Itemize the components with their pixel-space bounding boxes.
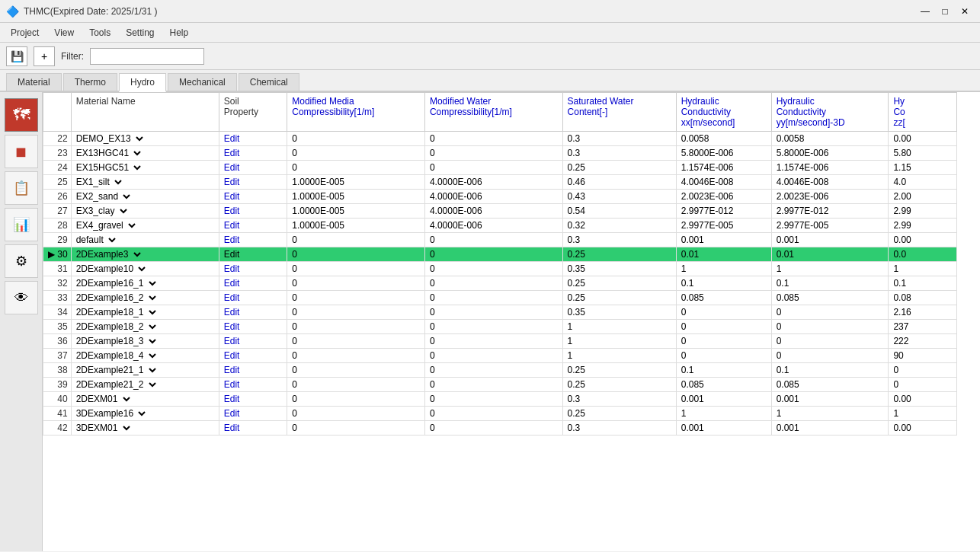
table-row[interactable]: 35 2DExample18_2 ▼ Edit 0 0 1 0 0 237 [43,320,957,334]
material-dropdown[interactable]: ▼ [120,423,133,433]
minimize-button[interactable]: — [916,4,934,19]
material-dropdown[interactable]: ▼ [136,409,148,419]
cell-row-num: 22 [43,132,72,146]
cell-soil-property[interactable]: Edit [219,392,287,407]
cell-soil-property[interactable]: Edit [219,146,287,161]
material-dropdown[interactable]: ▼ [131,250,143,260]
menu-project[interactable]: Project [3,25,46,40]
material-name-text: 2DExample21_1 [76,365,144,375]
material-dropdown[interactable]: ▼ [146,380,159,390]
cell-soil-property[interactable]: Edit [219,262,287,276]
cell-soil-property[interactable]: Edit [219,349,287,363]
cell-hcyy: 4.0046E-008 [771,175,889,190]
settings-button[interactable]: ⚙ [5,244,38,278]
cell-soil-property[interactable]: Edit [219,247,287,262]
cell-soil-property[interactable]: Edit [219,378,287,392]
cell-soil-property[interactable]: Edit [219,305,287,320]
tab-hydro[interactable]: Hydro [119,73,166,92]
left-toolbar: 🗺 ◼ 📋 📊 ⚙ 👁 [0,92,43,551]
table-row[interactable]: 39 2DExample21_2 ▼ Edit 0 0 0.25 0.085 0… [43,378,957,392]
material-dropdown[interactable]: ▼ [146,308,159,317]
cell-soil-property[interactable]: Edit [219,334,287,349]
cell-mwc: 0 [424,407,562,421]
cell-soil-property[interactable]: Edit [219,276,287,291]
cell-soil-property[interactable]: Edit [219,363,287,378]
material-dropdown[interactable]: ▼ [117,206,130,216]
table-row[interactable]: 32 2DExample16_1 ▼ Edit 0 0 0.25 0.1 0.1… [43,276,957,291]
material-dropdown[interactable]: ▼ [146,337,159,346]
material-dropdown[interactable]: ▼ [146,351,159,361]
cell-row-num: 37 [43,349,72,363]
material-dropdown[interactable]: ▼ [106,235,118,245]
tab-mechanical[interactable]: Mechanical [168,73,237,91]
cell-mmc: 0 [287,421,425,436]
tab-chemical[interactable]: Chemical [239,73,299,91]
save-button[interactable]: 💾 [6,46,27,66]
cell-hcxx: 2.9977E-012 [676,204,771,219]
maximize-button[interactable]: □ [936,4,954,19]
menu-help[interactable]: Help [162,25,197,40]
cell-soil-property[interactable]: Edit [219,204,287,219]
table-row[interactable]: 24 EX15HGC51 ▼ Edit 0 0 0.25 1.1574E-006… [43,161,957,175]
cell-mmc: 0 [287,276,425,291]
table-row[interactable]: 28 EX4_gravel ▼ Edit 1.0000E-005 4.0000E… [43,219,957,233]
cell-soil-property[interactable]: Edit [219,175,287,190]
cell-soil-property[interactable]: Edit [219,132,287,146]
cell-row-num: ▶ 30 [43,247,72,262]
material-dropdown[interactable]: ▼ [120,394,133,404]
material-dropdown[interactable]: ▼ [146,293,159,303]
cell-soil-property[interactable]: Edit [219,291,287,305]
table-row[interactable]: 22 DEMO_EX13 ▼ Edit 0 0 0.3 0.0058 0.005… [43,132,957,146]
material-dropdown[interactable]: ▼ [146,365,159,375]
material-name-text: 3DExample16 [76,408,133,419]
tab-material[interactable]: Material [6,73,62,91]
cell-hcyy: 0.0058 [771,132,889,146]
map-button[interactable]: 🗺 [5,98,38,132]
table-row[interactable]: 29 default ▼ Edit 0 0 0.3 0.001 0.001 0.… [43,233,957,247]
menu-view[interactable]: View [46,25,82,40]
data-button[interactable]: 📋 [5,171,38,205]
cell-soil-property[interactable]: Edit [219,421,287,436]
table-row[interactable]: 27 EX3_clay ▼ Edit 1.0000E-005 4.0000E-0… [43,204,957,219]
menu-tools[interactable]: Tools [82,25,118,40]
cell-material-name: 2DExample3 ▼ [71,247,219,262]
cell-soil-property[interactable]: Edit [219,161,287,175]
table-row[interactable]: 41 3DExample16 ▼ Edit 0 0 0.25 1 1 1 [43,407,957,421]
table-row[interactable]: 36 2DExample18_3 ▼ Edit 0 0 1 0 0 222 [43,334,957,349]
filter-input[interactable] [90,48,204,65]
cell-soil-property[interactable]: Edit [219,407,287,421]
menu-setting[interactable]: Setting [118,25,162,40]
table-row[interactable]: 23 EX13HGC41 ▼ Edit 0 0 0.3 5.8000E-006 … [43,146,957,161]
chart-button[interactable]: 📊 [5,208,38,241]
table-row[interactable]: 33 2DExample16_2 ▼ Edit 0 0 0.25 0.085 0… [43,291,957,305]
tab-thermo[interactable]: Thermo [63,73,117,91]
cell-swc: 1 [562,320,676,334]
table-row[interactable]: 42 3DEXM01 ▼ Edit 0 0 0.3 0.001 0.001 0.… [43,421,957,436]
cell-row-num: 42 [43,421,72,436]
cell-soil-property[interactable]: Edit [219,233,287,247]
table-row[interactable]: 25 EX1_silt ▼ Edit 1.0000E-005 4.0000E-0… [43,175,957,190]
table-row[interactable]: 37 2DExample18_4 ▼ Edit 0 0 1 0 0 90 [43,349,957,363]
material-dropdown[interactable]: ▼ [146,279,159,289]
material-dropdown[interactable]: ▼ [126,221,138,231]
close-button[interactable]: ✕ [956,4,974,19]
material-dropdown[interactable]: ▼ [131,163,143,173]
view-button[interactable]: 👁 [5,281,38,314]
cell-soil-property[interactable]: Edit [219,219,287,233]
layer-button[interactable]: ◼ [5,135,38,168]
table-row[interactable]: 40 2DEXM01 ▼ Edit 0 0 0.3 0.001 0.001 0.… [43,392,957,407]
material-dropdown[interactable]: ▼ [136,264,148,274]
material-dropdown[interactable]: ▼ [146,322,159,332]
cell-soil-property[interactable]: Edit [219,190,287,204]
material-dropdown[interactable]: ▼ [131,148,143,158]
material-dropdown[interactable]: ▼ [133,134,146,144]
material-dropdown[interactable]: ▼ [112,177,124,187]
table-row[interactable]: 31 2DExample10 ▼ Edit 0 0 0.35 1 1 1 [43,262,957,276]
add-button[interactable]: + [34,46,55,66]
table-row[interactable]: 26 EX2_sand ▼ Edit 1.0000E-005 4.0000E-0… [43,190,957,204]
table-row[interactable]: 38 2DExample21_1 ▼ Edit 0 0 0.25 0.1 0.1… [43,363,957,378]
material-dropdown[interactable]: ▼ [120,192,133,202]
table-row[interactable]: 34 2DExample18_1 ▼ Edit 0 0 0.35 0 0 2.1… [43,305,957,320]
cell-soil-property[interactable]: Edit [219,320,287,334]
table-row[interactable]: ▶ 30 2DExample3 ▼ Edit 0 0 0.25 0.01 0.0… [43,247,957,262]
